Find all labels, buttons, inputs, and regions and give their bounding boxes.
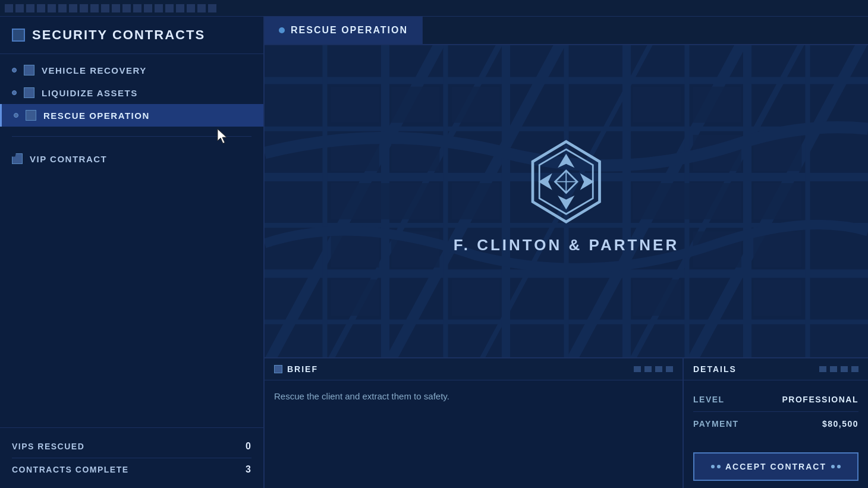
svg-rect-40 (331, 279, 379, 316)
detail-key-payment: PAYMENT (693, 419, 739, 429)
toolbar-icon (197, 4, 206, 12)
sidebar-item-vehicle-recovery[interactable]: VEHICLE RECOVERY (0, 59, 263, 81)
toolbar-icon (37, 4, 45, 12)
svg-rect-39 (753, 231, 801, 267)
details-header-left: DETAILS (693, 364, 737, 374)
toolbar-icon (5, 4, 13, 12)
svg-rect-43 (753, 279, 801, 316)
sidebar: SECURITY CONTRACTS VEHICLE RECOVERY LIQU… (0, 17, 265, 488)
detail-row-payment: PAYMENT $80,500 (693, 412, 858, 436)
sidebar-section-contracts: VEHICLE RECOVERY LIQUIDIZE ASSETS RESCUE… (0, 54, 263, 131)
toolbar-icon (208, 4, 216, 12)
brief-icon (274, 365, 282, 373)
details-title: DETAILS (693, 364, 737, 374)
brief-title: BRIEF (287, 364, 318, 374)
toolbar-icon (165, 4, 174, 12)
toolbar-icon (48, 4, 56, 12)
item-dot (12, 68, 17, 73)
tab-label: RESCUE OPERATION (291, 25, 408, 36)
tab-rescue-operation[interactable]: RESCUE OPERATION (265, 17, 423, 44)
toolbar-icon (187, 4, 195, 12)
svg-marker-47 (558, 196, 574, 209)
divider (12, 136, 251, 137)
svg-rect-27 (693, 87, 741, 123)
bottom-panels: BRIEF Rescue the client and extract them… (265, 357, 868, 488)
accept-contract-label: ACCEPT CONTRACT (725, 462, 826, 471)
panel-icon-sq (655, 366, 662, 372)
sidebar-title: SECURITY CONTRACTS (32, 27, 205, 43)
sidebar-item-rescue-operation[interactable]: RESCUE OPERATION (0, 104, 263, 127)
sidebar-item-label: VEHICLE RECOVERY (42, 65, 147, 75)
panel-icon-sq (851, 366, 858, 372)
panel-icon-sq (644, 366, 652, 372)
toolbar-icon (155, 4, 163, 12)
accept-dot (711, 465, 715, 468)
tab-dot (279, 27, 285, 33)
toolbar-icon (133, 4, 141, 12)
company-name: F. CLINTON & PARTNER (454, 235, 679, 254)
toolbar-icon (80, 4, 88, 12)
brief-text: Rescue the client and extract them to sa… (274, 390, 673, 404)
logo-overlay: F. CLINTON & PARTNER (454, 137, 679, 254)
stat-row-vips-rescued: VIPS RESCUED 0 (12, 435, 251, 458)
brief-panel: BRIEF Rescue the client and extract them… (265, 358, 684, 488)
document-icon (24, 65, 34, 75)
panel-icon-sq (666, 366, 673, 372)
svg-rect-25 (452, 87, 500, 123)
stat-label: CONTRACTS COMPLETE (12, 465, 129, 474)
toolbar-icon (176, 4, 184, 12)
details-header-icons (819, 366, 858, 372)
top-toolbar (0, 0, 868, 17)
detail-key-level: LEVEL (693, 395, 725, 404)
panel-icon-sq (830, 366, 837, 372)
svg-rect-41 (452, 279, 500, 316)
svg-rect-26 (633, 87, 681, 123)
panel-icon-sq (841, 366, 848, 372)
sidebar-item-vip-contract[interactable]: VIP CONTRACT (0, 146, 263, 171)
accept-contract-button[interactable]: ACCEPT CONTRACT (693, 452, 858, 481)
svg-rect-42 (633, 279, 681, 316)
toolbar-icon (58, 4, 67, 12)
brief-body: Rescue the client and extract them to sa… (265, 380, 683, 488)
toolbar-icon (15, 4, 24, 12)
item-dot (14, 113, 18, 118)
details-panel: DETAILS LEVEL PROFESSIONAL P (684, 358, 868, 488)
sidebar-item-label: RESCUE OPERATION (43, 111, 150, 121)
sidebar-item-label: LIQUIDIZE ASSETS (42, 88, 138, 98)
details-body: LEVEL PROFESSIONAL PAYMENT $80,500 (684, 380, 868, 448)
svg-rect-32 (331, 183, 440, 219)
detail-row-level: LEVEL PROFESSIONAL (693, 388, 858, 412)
sidebar-header: SECURITY CONTRACTS (0, 17, 263, 54)
toolbar-icon (26, 4, 34, 12)
stat-label: VIPS RESCUED (12, 442, 84, 451)
svg-rect-35 (753, 183, 801, 219)
brief-panel-header: BRIEF (265, 358, 683, 380)
svg-marker-48 (539, 173, 552, 190)
detail-value-payment: $80,500 (822, 419, 858, 429)
toolbar-icon (122, 4, 131, 12)
toolbar-icon (69, 4, 77, 12)
company-logo (521, 137, 611, 226)
sidebar-item-liquidize-assets[interactable]: LIQUIDIZE ASSETS (0, 81, 263, 104)
sidebar-stats: VIPS RESCUED 0 CONTRACTS COMPLETE 3 (0, 427, 263, 488)
brief-header-icons (634, 366, 673, 372)
item-dot (12, 90, 17, 95)
right-panel: RESCUE OPERATION (265, 17, 868, 488)
accept-btn-dots-left (711, 465, 721, 468)
document-icon (26, 110, 36, 121)
accept-btn-dots-right (831, 465, 841, 468)
svg-marker-49 (580, 173, 594, 190)
toolbar-icon (112, 4, 120, 12)
panel-icon-sq (819, 366, 826, 372)
toolbar-icon (144, 4, 152, 12)
accept-dot (717, 465, 721, 468)
svg-marker-46 (558, 153, 574, 167)
document-icon (24, 87, 34, 98)
stat-value: 3 (246, 464, 251, 475)
brief-header-left: BRIEF (274, 364, 318, 374)
toolbar-icon (101, 4, 109, 12)
vip-contract-label: VIP CONTRACT (30, 154, 107, 164)
map-area: F. CLINTON & PARTNER (265, 45, 868, 357)
accept-dot (837, 465, 841, 468)
svg-rect-23 (331, 87, 379, 123)
